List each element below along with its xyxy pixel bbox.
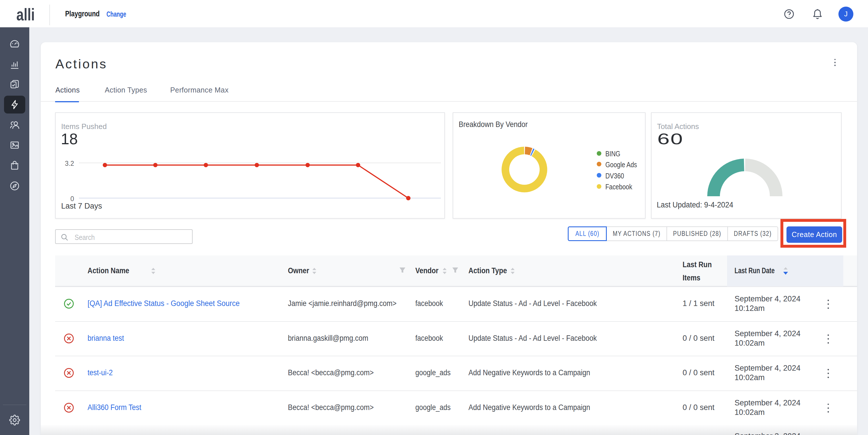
svg-text:3.2: 3.2 (65, 160, 74, 167)
